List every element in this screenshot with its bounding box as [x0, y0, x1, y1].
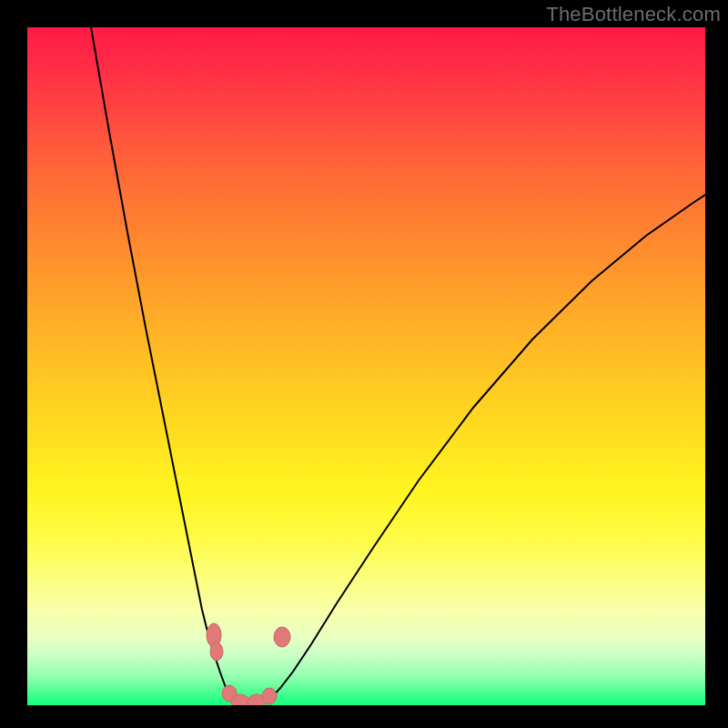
data-marker-3	[231, 694, 249, 705]
marker-group	[207, 623, 290, 705]
curve-left-branch	[91, 27, 229, 696]
plot-area	[27, 27, 705, 705]
data-marker-6	[274, 627, 290, 647]
outer-frame: TheBottleneck.com	[0, 0, 728, 728]
data-marker-5	[262, 688, 277, 704]
chart-svg	[27, 27, 705, 705]
curve-right-branch	[271, 195, 705, 698]
watermark-text: TheBottleneck.com	[546, 3, 721, 26]
data-marker-1	[210, 642, 223, 661]
